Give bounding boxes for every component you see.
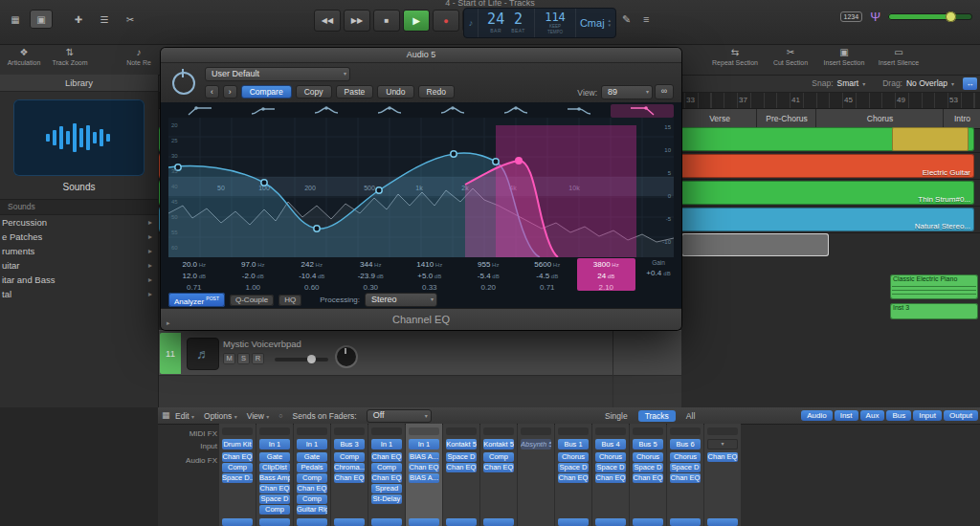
compare-button[interactable]: Compare <box>241 85 292 99</box>
audio-fx-slot[interactable]: Chan EQ <box>371 452 402 462</box>
audio-fx-slot[interactable]: Chan EQ <box>297 484 327 493</box>
copy-button[interactable]: Copy <box>296 85 332 99</box>
mixer-channel-strip[interactable]: Kontakt 5CompChan EQ <box>480 424 517 526</box>
power-button[interactable] <box>172 72 195 95</box>
eq-gain-readout[interactable]: Gain +0.4 dB <box>639 258 678 279</box>
eq-band-3-readout[interactable]: 242 Hz-10.4 dB0.60 <box>282 258 342 291</box>
insert-silence-button[interactable]: ▭Insert Silence <box>871 46 926 66</box>
lcd-key-value[interactable]: Cmaj <box>580 17 605 29</box>
sends-power-icon[interactable]: ○ <box>278 412 282 419</box>
audio-fx-slot[interactable]: Space D <box>595 463 626 472</box>
mixer-channel-strip[interactable]: Bus 6ChorusSpace DChan EQ <box>667 424 703 526</box>
eq-band-7-icon[interactable] <box>547 104 611 118</box>
eq-band-4-readout[interactable]: 344 Hz-23.9 dB0.30 <box>342 258 401 291</box>
audio-fx-slot[interactable]: Chan EQ <box>334 473 365 483</box>
q-couple-button[interactable]: Q-Couple <box>230 295 274 306</box>
audio-fx-slot[interactable]: BIAS A... <box>409 473 439 483</box>
midi-fx-slot[interactable] <box>707 427 738 435</box>
midi-fx-slot[interactable] <box>483 427 514 435</box>
toolbar-toggle-icon[interactable]: ▣ <box>30 10 53 29</box>
send-slot[interactable] <box>707 518 738 526</box>
paste-button[interactable]: Paste <box>336 85 374 99</box>
audio-fx-slot[interactable]: Chorus <box>558 452 589 462</box>
audio-fx-slot[interactable]: ClipDist <box>259 463 290 472</box>
track-name[interactable]: Mystic Voicevrbpad <box>223 339 301 349</box>
insert-section-button[interactable]: ▣Insert Section <box>817 46 871 66</box>
send-slot[interactable] <box>483 518 514 526</box>
lcd-beat-value[interactable]: 2 <box>514 12 523 27</box>
input-slot[interactable]: Absynth 5 <box>521 439 551 449</box>
mixer-channel-strip[interactable]: Bus 1ChorusSpace DChan EQ <box>555 424 591 526</box>
audio-fx-slot[interactable]: Chorus <box>595 452 626 462</box>
audio-fx-slot[interactable]: Chan EQ <box>558 473 589 483</box>
audio-fx-slot[interactable]: Comp <box>297 473 327 483</box>
tuning-fork-icon[interactable]: Ψ <box>870 10 880 24</box>
audio-fx-slot[interactable]: Space D <box>558 463 589 472</box>
eq-band-6-readout[interactable]: 955 Hz-5.4 dB0.20 <box>459 258 519 291</box>
mixer-channel-strip[interactable]: Bus 3CompChroma...Chan EQ <box>331 424 368 526</box>
input-slot[interactable]: In 1 <box>259 439 290 449</box>
midi-fx-slot[interactable] <box>334 427 365 435</box>
plugin-window[interactable]: Audio 5 User Default▾ ‹ › Compare Copy P… <box>161 48 681 330</box>
audio-fx-slot[interactable]: Spread <box>371 484 402 493</box>
track-volume-knob[interactable] <box>307 355 316 363</box>
midi-fx-slot[interactable] <box>446 427 477 435</box>
note-repe-tool[interactable]: ♪Note Re <box>115 46 163 66</box>
quick-help-icon[interactable]: ▦ <box>4 10 27 29</box>
lcd-position[interactable]: 24BAR 2BEAT <box>479 9 535 37</box>
filter-audio[interactable]: Audio <box>801 410 832 421</box>
send-slot[interactable] <box>409 518 439 526</box>
audio-fx-slot[interactable]: Chan EQ <box>259 484 290 493</box>
input-slot[interactable]: Bus 3 <box>334 439 365 449</box>
audio-fx-slot[interactable]: BIAS A... <box>409 452 439 462</box>
audio-fx-slot[interactable]: Chan EQ <box>483 463 514 472</box>
input-slot[interactable]: In 1 <box>409 439 439 449</box>
audio-fx-slot[interactable]: Chan EQ <box>446 463 477 472</box>
snap-value[interactable]: Smart <box>837 78 859 88</box>
midi-fx-slot[interactable] <box>595 427 626 435</box>
mute-button[interactable]: M <box>223 353 235 364</box>
list-editor-icon[interactable]: ≡ <box>643 13 649 25</box>
library-item[interactable]: uitar▸ <box>0 258 158 273</box>
drag-value[interactable]: No Overlap <box>906 78 947 88</box>
lcd-bar-value[interactable]: 24 <box>487 12 504 27</box>
record-enable-button[interactable]: R <box>252 353 264 364</box>
filter-output[interactable]: Output <box>944 410 978 421</box>
prev-preset-button[interactable]: ‹ <box>205 85 219 99</box>
library-item[interactable]: e Patches▸ <box>0 230 158 244</box>
hq-button[interactable]: HQ <box>278 295 301 306</box>
mixer-channel-strip[interactable]: Bus 4ChorusSpace DChan EQ <box>592 424 629 526</box>
record-button[interactable]: ● <box>433 10 459 32</box>
send-slot[interactable] <box>371 518 402 526</box>
menu-view[interactable]: View ▾ <box>247 411 270 421</box>
lcd-key-arrows-icon[interactable]: ▴▾ <box>609 18 612 28</box>
track-volume-slider[interactable] <box>275 358 328 362</box>
audio-fx-slot[interactable]: Chan EQ <box>595 473 626 483</box>
snap-caret-icon[interactable]: ▾ <box>862 80 865 87</box>
eq-band-6-icon[interactable] <box>484 104 547 118</box>
audio-fx-slot[interactable]: Space D <box>446 452 477 462</box>
midi-fx-slot[interactable] <box>297 427 327 435</box>
play-button[interactable]: ▶ <box>403 10 430 32</box>
audio-fx-slot[interactable]: Comp <box>297 494 327 504</box>
pointer-tool-icon[interactable]: ✚ <box>67 10 90 29</box>
mixer-channel-strip[interactable]: In 1GateClipDistBass AmpChan EQSpace DCo… <box>256 424 293 526</box>
disclosure-icon[interactable]: ▸ <box>167 319 170 326</box>
input-slot[interactable]: Kontakt 5 <box>483 439 514 449</box>
midi-fx-slot[interactable] <box>371 427 402 435</box>
mixer-channel-strip[interactable]: In 1GatePedalsCompChan EQCompGuitar Rig <box>294 424 330 526</box>
selected-band-handle[interactable] <box>515 157 523 164</box>
mixer-grid-icon[interactable]: ▦ <box>162 410 170 420</box>
library-item[interactable]: Percussion▸ <box>0 215 158 230</box>
send-slot[interactable] <box>558 518 589 526</box>
articulation-tool[interactable]: ❖Articulation <box>2 46 46 66</box>
send-slot[interactable] <box>446 518 477 526</box>
midi-fx-slot[interactable] <box>222 427 253 435</box>
lcd-display[interactable]: ♪ 24BAR 2BEAT 114 KEEPTEMPO Cmaj ▴▾ <box>463 8 616 38</box>
midi-region[interactable]: Classic Electric Piano <box>890 274 978 299</box>
marker-verse[interactable]: Verse <box>681 109 757 128</box>
view-tab-all[interactable]: All <box>679 410 702 422</box>
beat-count-badge[interactable]: 1234 <box>840 11 863 22</box>
eq-band-8-icon[interactable] <box>611 104 674 118</box>
lcd-tempo[interactable]: 114 KEEPTEMPO <box>535 9 576 37</box>
